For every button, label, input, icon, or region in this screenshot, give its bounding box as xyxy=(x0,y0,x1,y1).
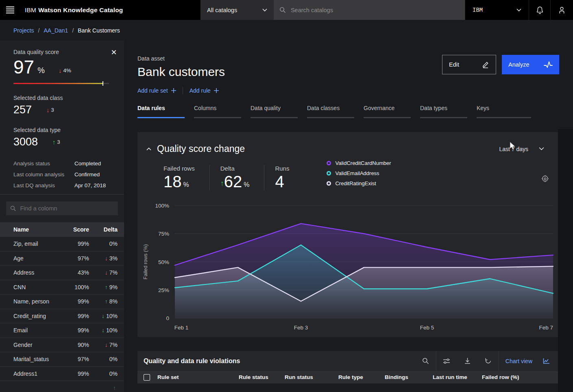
delta-value: 7% xyxy=(109,269,118,276)
tab-underline xyxy=(194,117,241,118)
catalog-selector-dropdown[interactable]: All catalogs xyxy=(200,0,274,20)
gear-icon[interactable] xyxy=(541,175,549,183)
table-row[interactable]: Zip, email99%0% xyxy=(0,237,124,251)
download-icon xyxy=(464,357,471,364)
data-type-delta: 3 xyxy=(57,139,60,145)
legend-item[interactable]: CreditRatingExist xyxy=(327,180,391,186)
tab-governance[interactable]: Governance xyxy=(355,105,412,118)
data-type-label: Selected data type xyxy=(13,127,118,133)
select-all-checkbox[interactable] xyxy=(144,374,150,381)
column-delta: ↓7% xyxy=(92,269,118,276)
column-delta: ↓3% xyxy=(92,255,118,262)
tab-data-types[interactable]: Data types xyxy=(412,105,468,118)
score-marker xyxy=(102,81,103,86)
delta-value: 0% xyxy=(109,240,118,247)
column-delta: ↓10% xyxy=(92,327,118,334)
column-name: Credit_rating xyxy=(13,313,68,319)
tab-data-rules[interactable]: Data rules xyxy=(129,105,186,118)
svg-text:100%: 100% xyxy=(155,203,169,209)
chart-card-title: Quality score change xyxy=(157,143,499,154)
table-row[interactable]: Gender90%↓7% xyxy=(0,338,124,353)
svg-text:Failed rows (%): Failed rows (%) xyxy=(143,244,148,279)
violations-table-header: Rule setRule statusRun statusRule typeBi… xyxy=(137,371,558,383)
data-class-label: Selected data class xyxy=(13,95,118,101)
tab-underline xyxy=(364,117,411,118)
column-header-last-run-time[interactable]: Last run time xyxy=(433,374,482,380)
stat-label: Failed rows xyxy=(163,165,195,172)
find-column-input[interactable] xyxy=(20,205,114,212)
arrow-up-icon: ↑ xyxy=(113,385,116,391)
date-range-dropdown[interactable]: Last 7 days xyxy=(499,146,546,152)
brand-prefix: IBM xyxy=(25,6,36,14)
tab-label: Data types xyxy=(420,105,468,117)
tab-keys[interactable]: Keys xyxy=(468,105,532,118)
legend-item[interactable]: ValidCreditCardNumber xyxy=(327,160,391,166)
table-row[interactable]: Credit_rating99%↓10% xyxy=(0,309,124,324)
violations-title: Quality and data rule violations xyxy=(144,357,415,365)
line-chart-icon xyxy=(543,358,550,364)
close-icon[interactable]: ✕ xyxy=(109,48,118,57)
chevron-down-icon xyxy=(262,9,267,12)
profile-button[interactable] xyxy=(550,0,573,20)
table-row[interactable]: Email99%↓10% xyxy=(0,323,124,338)
hamburger-menu-button[interactable] xyxy=(0,0,20,20)
table-row[interactable]: Address43%↓7% xyxy=(0,266,124,280)
legend-ring-icon xyxy=(327,161,331,165)
column-score: 43% xyxy=(68,269,92,276)
plus-icon xyxy=(171,88,176,93)
account-label: IBM xyxy=(473,7,483,13)
delta-value: 0% xyxy=(109,356,118,362)
table-row[interactable]: CNN100%↑9% xyxy=(0,280,124,295)
meta-label: Last DQ analysis xyxy=(13,182,74,188)
chart-view-toggle[interactable]: Chart view xyxy=(499,358,558,364)
table-row[interactable]: Name, person99%↑8% xyxy=(0,295,124,309)
column-delta: 0% xyxy=(92,370,118,377)
table-row[interactable]: ↑ xyxy=(0,381,124,392)
collapse-caret-icon[interactable] xyxy=(146,147,151,151)
filter-button[interactable] xyxy=(436,351,457,371)
table-row[interactable]: Marital_status97%0% xyxy=(0,352,124,367)
header-score: Score xyxy=(68,226,92,233)
account-dropdown[interactable]: IBM xyxy=(465,0,529,20)
analyze-button[interactable]: Analyze xyxy=(502,55,559,74)
refresh-button[interactable] xyxy=(478,351,499,371)
edit-button[interactable]: Edit xyxy=(442,55,496,74)
breadcrumb-link-projects[interactable]: Projects xyxy=(13,27,34,34)
add-rule-set-link[interactable]: Add rule set xyxy=(137,87,176,94)
tab-underline xyxy=(477,117,531,118)
tab-columns[interactable]: Columns xyxy=(186,105,242,118)
table-row[interactable]: Age97%↓3% xyxy=(0,251,124,266)
data-class-delta: 3 xyxy=(51,107,54,113)
column-header-rule-set[interactable]: Rule set xyxy=(157,374,239,380)
tab-data-quality[interactable]: Data quality xyxy=(242,105,299,118)
table-row[interactable]: Address199%0% xyxy=(0,367,124,381)
arrow-down-icon: ↓ xyxy=(102,313,105,319)
download-button[interactable] xyxy=(457,351,478,371)
chart-view-label: Chart view xyxy=(505,358,532,364)
column-name: CNN xyxy=(13,284,68,290)
search-catalogs-input[interactable] xyxy=(291,7,459,13)
add-rule-link[interactable]: Add rule xyxy=(190,87,219,94)
tab-label: Governance xyxy=(364,105,412,117)
column-score-table: Name Score Delta Zip, email99%0%Age97%↓3… xyxy=(0,222,124,392)
breadcrumb-link-project[interactable]: AA_Dan1 xyxy=(44,27,68,34)
legend-item[interactable]: ValidEmailAddress xyxy=(327,170,391,176)
rule-violations-card: Quality and data rule violations xyxy=(137,351,558,383)
notifications-button[interactable] xyxy=(529,0,550,20)
column-header-run-status[interactable]: Run status xyxy=(285,374,338,380)
tab-underline xyxy=(137,117,185,118)
column-name: Address1 xyxy=(13,370,68,377)
column-header-rule-type[interactable]: Rule type xyxy=(338,374,385,380)
quality-score-value: 97 xyxy=(13,58,34,76)
breadcrumb-current: Bank Customers xyxy=(78,27,120,34)
column-header-bindings[interactable]: Bindings xyxy=(385,374,433,380)
legend-label: ValidCreditCardNumber xyxy=(335,160,391,166)
arrow-down-icon: ↓ xyxy=(59,67,62,74)
tab-data-classes[interactable]: Data classes xyxy=(299,105,355,118)
quality-score-gradient-bar xyxy=(13,83,109,84)
table-search-button[interactable] xyxy=(415,351,436,371)
column-header-failed-row-[interactable]: Failed row (%) xyxy=(482,374,527,380)
column-header-rule-status[interactable]: Rule status xyxy=(239,374,285,380)
delta-value: 7% xyxy=(109,342,118,348)
arrow-down-icon: ↓ xyxy=(102,327,105,334)
